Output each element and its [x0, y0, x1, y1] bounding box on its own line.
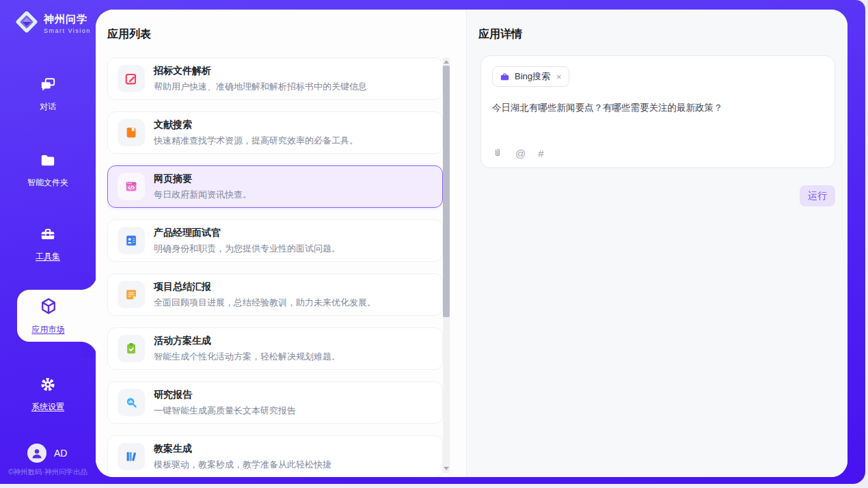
app-card-title: 项目总结汇报 [154, 281, 376, 293]
app-card[interactable]: 产品经理面试官 明确身份和职责，为您提供专业性的面试问题。 [107, 219, 443, 262]
app-card-description: 每日政府新闻资讯快查。 [154, 189, 252, 201]
browser-code-icon [118, 173, 145, 200]
app-card-title: 产品经理面试官 [154, 227, 340, 239]
tab-curve-top [81, 273, 97, 290]
attachment-icon[interactable] [492, 148, 503, 159]
app-card[interactable]: 招标文件解析 帮助用户快速、准确地理解和解析招标书中的关键信息 [107, 57, 443, 100]
app-card-description: 明确身份和职责，为您提供专业性的面试问题。 [154, 243, 340, 255]
app-card[interactable]: 文献搜索 快速精准查找学术资源，提高研究效率的必备工具。 [107, 111, 443, 154]
sidebar-item-toolbox[interactable]: 工具集 [0, 218, 96, 270]
close-icon[interactable]: × [556, 72, 562, 82]
app-card-title: 活动方案生成 [154, 335, 340, 347]
tab-curve-bottom [81, 342, 97, 358]
book-icon [118, 119, 145, 146]
query-text[interactable]: 今日湖北有哪些新闻要点？有哪些需要关注的最新政策？ [492, 102, 824, 114]
app-list-panel: 应用列表 招标文件解析 帮助用户快速、准确地理解和解析招标书中的关键信息 文献搜… [96, 10, 467, 477]
brand-name: 神州问学 [44, 13, 91, 26]
brand-diamond-icon [14, 9, 40, 38]
tool-chip-bing-search[interactable]: Bing搜索 × [492, 66, 569, 87]
run-button[interactable]: 运行 [800, 185, 835, 206]
app-card[interactable]: 研究报告 一键智能生成高质量长文本研究报告 [107, 381, 443, 424]
main-panel: 应用列表 招标文件解析 帮助用户快速、准确地理解和解析招标书中的关键信息 文献搜… [96, 10, 847, 477]
briefcase-icon [500, 72, 510, 82]
brand-subtitle: Smart Vision [44, 27, 91, 34]
app-card[interactable]: 项目总结汇报 全面回顾项目进展，总结经验教训，助力未来优化发展。 [107, 273, 443, 316]
query-card: Bing搜索 × 今日湖北有哪些新闻要点？有哪些需要关注的最新政策？ @ # [480, 55, 835, 168]
app-card-title: 研究报告 [154, 389, 296, 401]
chat-icon [38, 76, 57, 96]
app-card-description: 模板驱动，教案秒成，教学准备从此轻松快捷 [154, 459, 331, 471]
hash-icon[interactable]: # [538, 148, 543, 159]
scrollbar-thumb[interactable] [443, 66, 450, 317]
edit-doc-icon [118, 65, 145, 92]
app-card-title: 网页摘要 [154, 173, 252, 185]
sidebar-item-folder[interactable]: 智能文件夹 [0, 144, 96, 196]
app-card[interactable]: 活动方案生成 智能生成个性化活动方案，轻松解决规划难题。 [107, 327, 443, 370]
brand-logo: 神州问学 Smart Vision [14, 9, 91, 38]
sidebar-item-gear[interactable]: 系统设置 [0, 368, 96, 420]
scrollbar[interactable] [443, 57, 450, 473]
app-card-title: 文献搜索 [154, 119, 358, 131]
avatar[interactable] [27, 444, 46, 463]
copyright-footer: ©神州数码·神州问学出品 [0, 467, 96, 477]
gear-icon [38, 375, 57, 396]
mention-icon[interactable]: @ [515, 148, 526, 159]
app-detail-title: 应用详情 [478, 27, 522, 42]
app-detail-panel: 应用详情 Bing搜索 × 今日湖北有哪些新闻要点？有哪些需要关注的最新政策？ [467, 10, 847, 477]
app-card[interactable]: 网页摘要 每日政府新闻资讯快查。 [107, 165, 443, 208]
cube-icon [38, 296, 59, 319]
input-toolbar: @ # [492, 148, 544, 159]
books-icon [118, 443, 145, 470]
user-label: AD [54, 448, 67, 459]
app-card-title: 教案生成 [154, 443, 331, 455]
folder-icon [38, 152, 57, 172]
sidebar-item-cube[interactable]: 应用市场 [17, 290, 97, 342]
app-window: 神州问学 Smart Vision 对话 智能文件夹 工具集 应用市场 系统设置… [0, 0, 865, 484]
app-card-title: 招标文件解析 [154, 65, 367, 77]
toolbox-icon [38, 226, 57, 246]
sidebar-item-chat[interactable]: 对话 [0, 68, 96, 120]
app-card-description: 帮助用户快速、准确地理解和解析招标书中的关键信息 [154, 81, 367, 93]
resume-icon [118, 227, 145, 254]
app-card[interactable]: 教案生成 模板驱动，教案秒成，教学准备从此轻松快捷 [107, 435, 443, 477]
note-icon [118, 281, 145, 308]
report-icon [118, 389, 145, 416]
app-list-title: 应用列表 [107, 27, 151, 42]
tool-chip-label: Bing搜索 [515, 70, 550, 83]
app-card-description: 快速精准查找学术资源，提高研究效率的必备工具。 [154, 135, 358, 147]
scroll-down-icon[interactable] [444, 467, 449, 470]
scroll-up-icon[interactable] [444, 60, 449, 64]
app-list: 招标文件解析 帮助用户快速、准确地理解和解析招标书中的关键信息 文献搜索 快速精… [107, 57, 443, 477]
person-icon [29, 445, 45, 461]
app-card-description: 智能生成个性化活动方案，轻松解决规划难题。 [154, 351, 340, 363]
user-row[interactable]: AD [27, 444, 67, 463]
app-card-description: 全面回顾项目进展，总结经验教训，助力未来优化发展。 [154, 297, 376, 309]
sidebar: 神州问学 Smart Vision 对话 智能文件夹 工具集 应用市场 系统设置… [0, 0, 96, 484]
app-card-description: 一键智能生成高质量长文本研究报告 [154, 405, 296, 417]
clipboard-icon [118, 335, 145, 362]
